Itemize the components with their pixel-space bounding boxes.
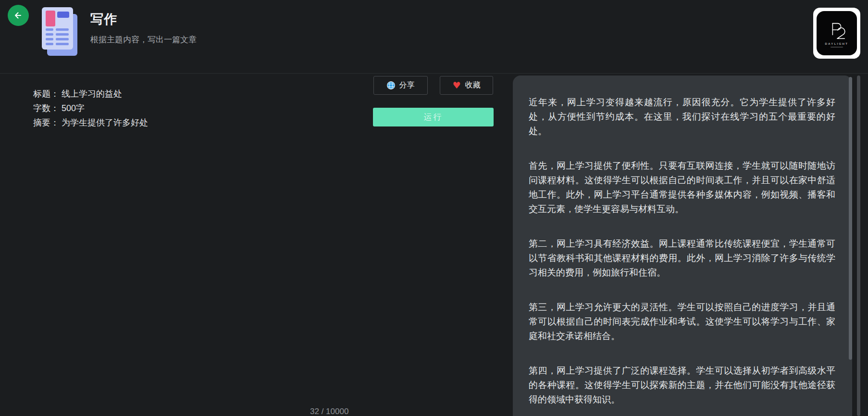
field-abstract: 摘要：为学生提供了许多好处 xyxy=(33,115,148,130)
arrow-left-icon xyxy=(13,10,24,21)
brand-logo-card: DAYLIGHT xyxy=(813,8,860,59)
output-panel[interactable]: 近年来，网上学习变得越来越流行，原因很充分。它为学生提供了许多好处，从方便性到节… xyxy=(513,76,852,416)
run-label: 运行 xyxy=(424,112,443,123)
brand-logo-square: DAYLIGHT xyxy=(817,11,857,55)
field-label: 标题： xyxy=(33,89,59,99)
favorite-button[interactable]: ♥ 收藏 xyxy=(440,76,493,95)
page-scrollbar[interactable] xyxy=(857,76,860,416)
field-title: 标题：线上学习的益处 xyxy=(33,87,148,101)
form-summary: 标题：线上学习的益处 字数：500字 摘要：为学生提供了许多好处 xyxy=(33,87,148,130)
header: 写作 根据主题内容，写出一篇文章 DAYLIGHT xyxy=(0,0,868,74)
app-window: 写作 根据主题内容，写出一篇文章 DAYLIGHT 标题：线上学习的益处 字 xyxy=(0,0,868,416)
output-paragraph: 第四，网上学习提供了广泛的课程选择。学生可以选择从初学者到高级水平的各种课程。这… xyxy=(529,364,835,407)
output-paragraph: 第二，网上学习具有经济效益。网上课程通常比传统课程便宜，学生通常可以节省教科书和… xyxy=(529,237,835,280)
char-counter: 32 / 10000 xyxy=(310,407,348,416)
field-wordcount: 字数：500字 xyxy=(33,101,148,115)
heart-icon: ♥ xyxy=(452,81,460,90)
output-paragraph: 首先，网上学习提供了便利性。只要有互联网连接，学生就可以随时随地访问课程材料。这… xyxy=(529,159,835,216)
globe-icon xyxy=(387,81,395,89)
doc-block-blue xyxy=(57,12,69,18)
field-value: 为学生提供了许多好处 xyxy=(62,118,148,127)
doc-sheet-front xyxy=(42,7,73,50)
field-label: 字数： xyxy=(33,103,59,113)
output-paragraph: 近年来，网上学习变得越来越流行，原因很充分。它为学生提供了许多好处，从方便性到节… xyxy=(529,95,835,139)
doc-block-pink xyxy=(46,11,55,26)
share-button[interactable]: 分享 xyxy=(373,76,428,95)
document-stack-icon xyxy=(42,7,79,58)
brand-tagline xyxy=(831,47,843,48)
field-value: 500字 xyxy=(62,103,85,113)
b2-monogram-icon xyxy=(826,19,848,41)
page-title: 写作 xyxy=(90,11,117,28)
field-value: 线上学习的益处 xyxy=(62,89,122,99)
back-button[interactable] xyxy=(8,5,29,26)
output-paragraph: 第三，网上学习允许更大的灵活性。学生可以按照自己的进度学习，并且通常可以根据自己… xyxy=(529,300,835,343)
page-subtitle: 根据主题内容，写出一篇文章 xyxy=(90,34,197,45)
favorite-label: 收藏 xyxy=(465,80,481,90)
panel-scrollbar-thumb[interactable] xyxy=(849,77,852,360)
brand-name: DAYLIGHT xyxy=(825,42,849,45)
run-button[interactable]: 运行 xyxy=(373,108,494,126)
share-label: 分享 xyxy=(399,80,415,90)
field-label: 摘要： xyxy=(33,118,59,127)
